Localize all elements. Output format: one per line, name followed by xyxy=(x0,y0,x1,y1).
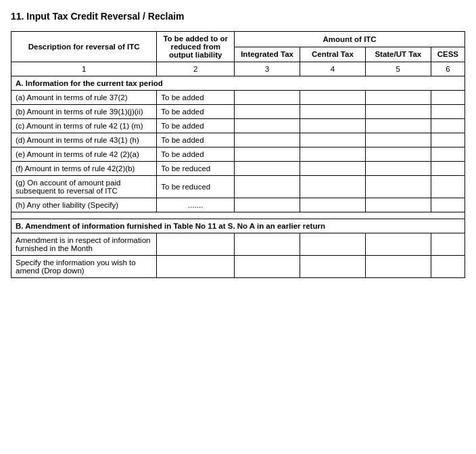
row-a-integrated[interactable] xyxy=(235,91,300,105)
separator-row xyxy=(11,212,465,219)
row-d-description: (d) Amount in terms of rule 43(1) (h) xyxy=(11,133,157,147)
amendment-row-1-integrated[interactable] xyxy=(235,233,300,256)
amendment-row-2: Specify the information you wish to amen… xyxy=(11,256,465,278)
row-b-cess[interactable] xyxy=(431,105,465,119)
row-a-central[interactable] xyxy=(300,91,365,105)
row-a-cess[interactable] xyxy=(431,91,465,105)
row-d-action: To be added xyxy=(157,133,235,147)
row-f-state[interactable] xyxy=(365,162,431,176)
row-c-description: (c) Amount in terms of rule 42 (1) (m) xyxy=(11,119,157,133)
row-a-action: To be added xyxy=(157,91,235,105)
row-h-state[interactable] xyxy=(365,198,431,212)
section-b-header: B. Amendment of information furnished in… xyxy=(11,219,465,233)
table-row: (a) Amount in terms of rule 37(2) To be … xyxy=(11,91,465,105)
row-f-cess[interactable] xyxy=(431,162,465,176)
row-h-description: (h) Any other liability (Specify) xyxy=(11,198,157,212)
row-f-integrated[interactable] xyxy=(235,162,300,176)
table-row: (e) Amount in terms of rule 42 (2)(a) To… xyxy=(11,147,465,162)
amendment-row-2-central[interactable] xyxy=(300,256,365,278)
row-e-description: (e) Amount in terms of rule 42 (2)(a) xyxy=(11,147,157,162)
row-h-cess[interactable] xyxy=(431,198,465,212)
row-b-state[interactable] xyxy=(365,105,431,119)
row-f-central[interactable] xyxy=(300,162,365,176)
table-row: (d) Amount in terms of rule 43(1) (h) To… xyxy=(11,133,465,147)
header-central-tax: Central Tax xyxy=(300,47,365,62)
page-title: 11. Input Tax Credit Reversal / Reclaim xyxy=(11,11,465,22)
row-g-central[interactable] xyxy=(300,176,365,198)
row-g-description: (g) On account of amount paid subsequent… xyxy=(11,176,157,198)
row-e-central[interactable] xyxy=(300,147,365,162)
row-f-description: (f) Amount in terms of rule 42(2)(b) xyxy=(11,162,157,176)
table-row: (f) Amount in terms of rule 42(2)(b) To … xyxy=(11,162,465,176)
row-g-state[interactable] xyxy=(365,176,431,198)
row-c-central[interactable] xyxy=(300,119,365,133)
row-a-description: (a) Amount in terms of rule 37(2) xyxy=(11,91,157,105)
amendment-row-1: Amendment is in respect of information f… xyxy=(11,233,465,256)
row-num-6: 6 xyxy=(431,62,465,76)
header-description: Description for reversal of ITC xyxy=(11,32,157,62)
row-num-4: 4 xyxy=(300,62,365,76)
section-b-header-row: B. Amendment of information furnished in… xyxy=(11,219,465,233)
amendment-row-1-action[interactable] xyxy=(157,233,235,256)
header-amount-itc: Amount of ITC xyxy=(235,32,465,47)
itc-reversal-table: Description for reversal of ITC To be ad… xyxy=(11,31,465,278)
row-d-state[interactable] xyxy=(365,133,431,147)
amendment-row-2-state[interactable] xyxy=(365,256,431,278)
amendment-row-1-central[interactable] xyxy=(300,233,365,256)
row-e-integrated[interactable] xyxy=(235,147,300,162)
table-header-row-1: Description for reversal of ITC To be ad… xyxy=(11,32,465,47)
row-f-action: To be reduced xyxy=(157,162,235,176)
header-state-ut-tax: State/UT Tax xyxy=(365,47,431,62)
row-num-5: 5 xyxy=(365,62,431,76)
row-c-cess[interactable] xyxy=(431,119,465,133)
row-c-state[interactable] xyxy=(365,119,431,133)
table-row: (c) Amount in terms of rule 42 (1) (m) T… xyxy=(11,119,465,133)
row-e-state[interactable] xyxy=(365,147,431,162)
row-e-cess[interactable] xyxy=(431,147,465,162)
row-b-description: (b) Amount in terms of rule 39(1)(j)(ii) xyxy=(11,105,157,119)
row-h-action: ....... xyxy=(157,198,235,212)
table-row-numbers: 1 2 3 4 5 6 xyxy=(11,62,465,76)
amendment-row-1-cess[interactable] xyxy=(431,233,465,256)
row-a-state[interactable] xyxy=(365,91,431,105)
amendment-row-2-action[interactable] xyxy=(157,256,235,278)
table-row: (g) On account of amount paid subsequent… xyxy=(11,176,465,198)
row-h-central[interactable] xyxy=(300,198,365,212)
amendment-row-1-description: Amendment is in respect of information f… xyxy=(11,233,157,256)
section-a-header-row: A. Information for the current tax perio… xyxy=(11,76,465,91)
row-g-integrated[interactable] xyxy=(235,176,300,198)
table-row: (h) Any other liability (Specify) ......… xyxy=(11,198,465,212)
table-row: (b) Amount in terms of rule 39(1)(j)(ii)… xyxy=(11,105,465,119)
row-num-3: 3 xyxy=(235,62,300,76)
section-a-header: A. Information for the current tax perio… xyxy=(11,76,465,91)
row-c-integrated[interactable] xyxy=(235,119,300,133)
row-b-central[interactable] xyxy=(300,105,365,119)
header-action: To be added to or reduced from output li… xyxy=(157,32,235,62)
row-g-cess[interactable] xyxy=(431,176,465,198)
amendment-row-2-cess[interactable] xyxy=(431,256,465,278)
amendment-row-1-state[interactable] xyxy=(365,233,431,256)
row-d-integrated[interactable] xyxy=(235,133,300,147)
header-integrated-tax: Integrated Tax xyxy=(235,47,300,62)
header-cess: CESS xyxy=(431,47,465,62)
row-h-integrated[interactable] xyxy=(235,198,300,212)
row-g-action: To be reduced xyxy=(157,176,235,198)
row-b-action: To be added xyxy=(157,105,235,119)
row-num-1: 1 xyxy=(11,62,157,76)
amendment-row-2-integrated[interactable] xyxy=(235,256,300,278)
amendment-row-2-description: Specify the information you wish to amen… xyxy=(11,256,157,278)
row-c-action: To be added xyxy=(157,119,235,133)
row-e-action: To be added xyxy=(157,147,235,162)
row-d-central[interactable] xyxy=(300,133,365,147)
row-d-cess[interactable] xyxy=(431,133,465,147)
row-num-2: 2 xyxy=(157,62,235,76)
row-b-integrated[interactable] xyxy=(235,105,300,119)
